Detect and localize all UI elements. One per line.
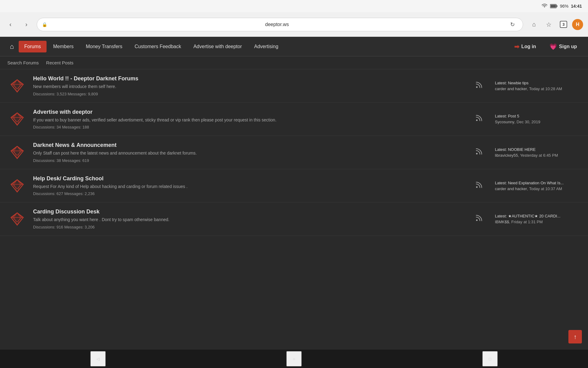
forum-latest: Latest: Post 5 Sycosunny, Dec 30, 2019 <box>495 114 581 124</box>
svg-point-26 <box>476 153 478 154</box>
android-recent-button[interactable]: □ <box>482 351 498 366</box>
latest-title: Latest: Newbie tips <box>495 81 581 85</box>
nav-item-advertising[interactable]: Advertising <box>249 41 284 52</box>
nav-item-customers-feedback[interactable]: Customers Feedback <box>129 41 187 52</box>
forum-row: Advertise with deeptor If you want to bu… <box>0 103 588 136</box>
browser-chrome: ‹ › 🔒 ↻ ⌂ ☆ 3 H <box>0 12 588 37</box>
forum-stats: Discussions: 34 Messages: 188 <box>33 125 463 129</box>
nav-item-members[interactable]: Members <box>48 41 79 52</box>
scroll-top-button[interactable]: ↑ <box>568 330 582 343</box>
url-input[interactable] <box>50 22 504 27</box>
forum-icon <box>7 109 27 129</box>
latest-title: Latest: ★AUTHENTIC★ 20 CARDI... <box>495 214 581 218</box>
forum-info: Darknet News & Announcement Only Staff c… <box>33 142 463 163</box>
android-nav: ◁ ○ □ <box>0 350 588 368</box>
status-bar: 96% 14:41 <box>0 0 588 12</box>
forum-info: Hello World !! - Deeptor Darknet Forums … <box>33 75 463 96</box>
status-icons: 96% 14:41 <box>541 4 582 9</box>
forum-latest: Latest: Newbie tips carder and hacker, T… <box>495 81 581 91</box>
feed-icon[interactable] <box>469 148 489 157</box>
forum-title[interactable]: Carding Discussion Desk <box>33 209 463 215</box>
forum-title[interactable]: Darknet News & Announcement <box>33 142 463 148</box>
forum-stats: Discussions: 3,523 Messages: 9,809 <box>33 92 463 96</box>
nav-home-icon[interactable]: ⌂ <box>6 40 17 53</box>
search-forums-link[interactable]: Search Forums <box>7 60 39 65</box>
svg-point-42 <box>476 220 478 221</box>
android-back-button[interactable]: ◁ <box>90 351 106 366</box>
diamond-icon <box>9 178 25 194</box>
forum-row: Help Desk/ Carding School Request For An… <box>0 169 588 203</box>
home-browser-button[interactable]: ⌂ <box>528 18 540 31</box>
recent-posts-link[interactable]: Recent Posts <box>46 60 74 65</box>
feed-icon[interactable] <box>469 81 489 90</box>
menu-avatar[interactable]: H <box>572 19 583 30</box>
forum-description: If you want to buy banner ads, verified … <box>33 117 463 123</box>
forum-latest: Latest: ★AUTHENTIC★ 20 CARDI... IBMK$$, … <box>495 214 581 224</box>
nav-item-money-transfers[interactable]: Money Transfers <box>80 41 128 52</box>
login-icon: ➡ <box>514 43 519 50</box>
forum-icon <box>7 143 27 162</box>
feed-icon[interactable] <box>469 114 489 124</box>
feed-icon[interactable] <box>469 181 489 190</box>
svg-point-34 <box>476 186 478 188</box>
forum-stats: Discussions: 916 Messages: 3,206 <box>33 225 463 229</box>
forum-info: Advertise with deeptor If you want to bu… <box>33 109 463 130</box>
wifi-icon <box>541 4 548 9</box>
forum-info: Help Desk/ Carding School Request For An… <box>33 175 463 196</box>
lock-icon: 🔒 <box>42 22 47 27</box>
nav-item-advertise[interactable]: Advertise with deeptor <box>188 41 247 52</box>
forum-latest: Latest: Need Explanation On What Is... c… <box>495 181 581 191</box>
sub-nav: Search Forums Recent Posts <box>0 56 588 69</box>
forum-latest: Latest: NOOBIE HERE libravickey55, Yeste… <box>495 147 581 158</box>
forum-title[interactable]: Hello World !! - Deeptor Darknet Forums <box>33 75 463 82</box>
latest-user: IBMK$$, Friday at 1:31 PM <box>495 220 581 224</box>
tabs-button[interactable]: 3 <box>557 18 570 31</box>
svg-point-18 <box>476 120 478 121</box>
tab-count: 3 <box>560 21 567 28</box>
clock: 14:41 <box>571 4 582 9</box>
svg-rect-2 <box>551 5 556 8</box>
site-nav: ⌂ Forums Members Money Transfers Custome… <box>0 37 588 56</box>
latest-user: libravickey55, Yesterday at 6:45 PM <box>495 153 581 158</box>
nav-item-forums[interactable]: Forums <box>19 41 46 52</box>
diamond-icon <box>9 211 25 227</box>
forum-description: Request For Any kind of Help about hacki… <box>33 184 463 190</box>
latest-user: carder and hacker, Today at 10:28 AM <box>495 86 581 91</box>
forum-icon <box>7 209 27 229</box>
forum-stats: Discussions: 627 Messages: 2,236 <box>33 191 463 196</box>
forum-list: Hello World !! - Deeptor Darknet Forums … <box>0 69 588 236</box>
forum-info: Carding Discussion Desk Talk about anyth… <box>33 209 463 229</box>
signup-icon: 💗 <box>549 43 557 50</box>
diamond-icon <box>9 78 25 94</box>
forum-row: Carding Discussion Desk Talk about anyth… <box>0 202 588 236</box>
forum-row: Darknet News & Announcement Only Staff c… <box>0 136 588 169</box>
forum-title[interactable]: Advertise with deeptor <box>33 109 463 115</box>
bookmarks-button[interactable]: ☆ <box>543 18 555 31</box>
reload-button[interactable]: ↻ <box>507 19 518 30</box>
svg-rect-1 <box>556 5 557 7</box>
android-home-button[interactable]: ○ <box>286 351 302 366</box>
latest-title: Latest: Post 5 <box>495 114 581 118</box>
browser-actions: ⌂ ☆ 3 H <box>528 18 583 31</box>
forum-description: New members will introduce them self her… <box>33 84 463 90</box>
latest-user: Sycosunny, Dec 30, 2019 <box>495 120 581 124</box>
signup-button[interactable]: 💗 Sign up <box>545 40 582 53</box>
diamond-icon <box>9 145 25 160</box>
battery-icon <box>550 4 557 8</box>
forum-row: Hello World !! - Deeptor Darknet Forums … <box>0 69 588 103</box>
forum-description: Only Staff can post here the latest news… <box>33 150 463 156</box>
back-button[interactable]: ‹ <box>5 19 16 30</box>
feed-icon[interactable] <box>469 214 489 224</box>
forum-description: Talk about anything you want here . Dont… <box>33 217 463 223</box>
latest-user: carder and hacker, Today at 10:37 AM <box>495 186 581 191</box>
address-bar[interactable]: 🔒 ↻ <box>37 18 523 31</box>
forum-icon <box>7 176 27 196</box>
latest-title: Latest: Need Explanation On What Is... <box>495 181 581 185</box>
login-button[interactable]: ➡ Log in <box>509 40 541 53</box>
forum-icon <box>7 76 27 96</box>
forum-stats: Discussions: 38 Messages: 619 <box>33 158 463 163</box>
main-content: ⌂ Forums Members Money Transfers Custome… <box>0 37 588 350</box>
forward-button[interactable]: › <box>21 19 32 30</box>
forum-title[interactable]: Help Desk/ Carding School <box>33 175 463 182</box>
svg-point-10 <box>476 86 478 88</box>
